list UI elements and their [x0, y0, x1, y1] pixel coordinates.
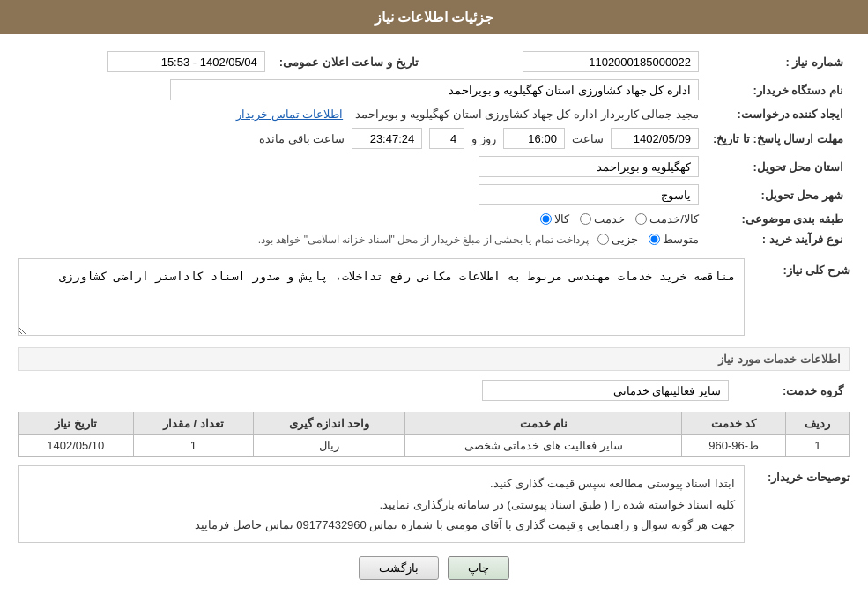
cell-vahad: ریال: [254, 435, 405, 457]
tabaqe-label: طبقه بندی موضوعی:: [706, 209, 850, 229]
services-section-title: اطلاعات خدمات مورد نیاز: [18, 347, 850, 371]
ijad-value: مجید جمالی کاربردار اداره کل جهاد کشاورز…: [355, 108, 699, 121]
announcement-input[interactable]: [107, 51, 265, 72]
shahr-input[interactable]: [479, 184, 699, 205]
nam-dastgah-input[interactable]: [170, 79, 699, 100]
buyer-desc-row: توصیحات خریدار: ابتدا اسناد پیوستی مطالع…: [18, 465, 850, 543]
tabaqe-radio-group: کالا/خدمت خدمت کالا: [25, 212, 699, 226]
radio-jozi[interactable]: جزیی: [597, 233, 638, 246]
contact-link[interactable]: اطلاعات تماس خریدار: [236, 108, 343, 121]
time-label: ساعت: [572, 132, 604, 145]
grouh-table: گروه خدمت:: [18, 376, 850, 405]
back-button[interactable]: بازگشت: [359, 556, 439, 580]
radio-kala-khedmat-input[interactable]: [635, 213, 647, 225]
remaining-label: ساعت باقی مانده: [259, 132, 345, 145]
nam-dastgah-label: نام دستگاه خریدار:: [706, 76, 850, 104]
remaining-input[interactable]: [352, 128, 422, 149]
radio-kala-khedmat[interactable]: کالا/خدمت: [635, 212, 699, 226]
print-button[interactable]: چاپ: [448, 556, 509, 580]
buyer-desc-label: توصیحات خریدار:: [745, 465, 850, 484]
radio-motavasset-label: متوسط: [663, 233, 699, 246]
shomara-input[interactable]: [523, 51, 699, 72]
page-wrapper: جزئیات اطلاعات نیاز شماره نیاز : تاریخ و…: [0, 0, 868, 609]
mohlat-label: مهلت ارسال پاسخ: تا تاریخ:: [706, 124, 850, 152]
radio-motavasset-input[interactable]: [649, 234, 660, 245]
col-radif: ردیف: [785, 412, 849, 435]
sharh-content: مناقصه خرید خدمات مهندسی مربوط به اطلاعا…: [18, 258, 745, 338]
farayand-row: متوسط جزیی پرداخت تمام یا بخشی از مبلغ خ…: [25, 233, 699, 246]
radio-khedmat-label: خدمت: [594, 212, 625, 226]
top-info-table: شماره نیاز : تاریخ و ساعت اعلان عمومی: ن…: [18, 48, 850, 249]
button-bar: چاپ بازگشت: [18, 556, 850, 593]
cell-kod: ط-96-960: [682, 435, 785, 457]
sharh-row: شرح کلی نیاز: مناقصه خرید خدمات مهندسی م…: [18, 258, 850, 338]
col-kod: کد خدمت: [682, 412, 785, 435]
cell-tarikh: 1402/05/10: [19, 435, 134, 457]
shahr-label: شهر محل تحویل:: [706, 181, 850, 209]
col-vahad: واحد اندازه گیری: [254, 412, 405, 435]
mohlat-value-cell: ساعت روز و ساعت باقی مانده: [18, 124, 706, 152]
col-nam: نام خدمت: [405, 412, 682, 435]
radio-kala[interactable]: کالا: [540, 212, 569, 226]
sharh-textarea[interactable]: مناقصه خرید خدمات مهندسی مربوط به اطلاعا…: [18, 258, 745, 336]
page-header: جزئیات اطلاعات نیاز: [0, 0, 868, 34]
radio-motavasset[interactable]: متوسط: [649, 233, 699, 246]
cell-tedad: 1: [133, 435, 254, 457]
farayand-note: پرداخت تمام یا بخشی از مبلغ خریدار از مح…: [258, 234, 589, 246]
sharh-label: شرح کلی نیاز:: [745, 258, 850, 277]
farayand-radio-group: متوسط جزیی: [597, 233, 699, 246]
col-tarikh: تاریخ نیاز: [19, 412, 134, 435]
noع-farayand-value-cell: متوسط جزیی پرداخت تمام یا بخشی از مبلغ خ…: [18, 229, 706, 249]
table-row: 1 ط-96-960 سایر فعالیت های خدماتی شخصی ر…: [19, 435, 850, 457]
ostan-label: استان محل تحویل:: [706, 152, 850, 181]
radio-kala-label: کالا: [554, 212, 569, 226]
col-tedad: تعداد / مقدار: [133, 412, 254, 435]
day-input[interactable]: [429, 128, 464, 149]
day-label: روز و: [471, 132, 496, 145]
ostan-value-cell: [18, 152, 706, 181]
cell-nam: سایر فعالیت های خدماتی شخصی: [405, 435, 682, 457]
date-input[interactable]: [611, 128, 699, 149]
time-input[interactable]: [503, 128, 565, 149]
shomara-value-cell: [426, 48, 706, 76]
grouh-value-cell: [18, 376, 736, 405]
noع-farayand-label: نوع فرآیند خرید :: [706, 229, 850, 249]
ijad-value-cell: مجید جمالی کاربردار اداره کل جهاد کشاورز…: [18, 104, 706, 124]
radio-khedmat-input[interactable]: [580, 213, 591, 225]
radio-kala-khedmat-label: کالا/خدمت: [649, 212, 699, 226]
grouh-input[interactable]: [482, 380, 729, 401]
page-title: جزئیات اطلاعات نیاز: [375, 10, 494, 25]
shomara-label: شماره نیاز :: [706, 48, 850, 76]
tabaqe-value-cell: کالا/خدمت خدمت کالا: [18, 209, 706, 229]
radio-jozi-input[interactable]: [597, 234, 609, 245]
cell-radif: 1: [785, 435, 849, 457]
radio-khedmat[interactable]: خدمت: [580, 212, 625, 226]
radio-jozi-label: جزیی: [612, 233, 638, 246]
ostan-input[interactable]: [479, 156, 699, 177]
announcement-label: تاریخ و ساعت اعلان عمومی:: [272, 48, 426, 76]
radio-kala-input[interactable]: [540, 213, 552, 225]
grouh-label: گروه خدمت:: [736, 376, 850, 405]
announcement-value-cell: [18, 48, 272, 76]
buyer-desc-content: ابتدا اسناد پیوستی مطالعه سپس قیمت گذاری…: [18, 465, 745, 543]
main-content: شماره نیاز : تاریخ و ساعت اعلان عمومی: ن…: [0, 34, 868, 606]
nam-dastgah-value-cell: [18, 76, 706, 104]
time-row: ساعت روز و ساعت باقی مانده: [25, 128, 699, 149]
shahr-value-cell: [18, 181, 706, 209]
services-table: ردیف کد خدمت نام خدمت واحد اندازه گیری ت…: [18, 412, 850, 457]
ijad-label: ایجاد کننده درخواست:: [706, 104, 850, 124]
buyer-desc-box: ابتدا اسناد پیوستی مطالعه سپس قیمت گذاری…: [18, 465, 745, 543]
